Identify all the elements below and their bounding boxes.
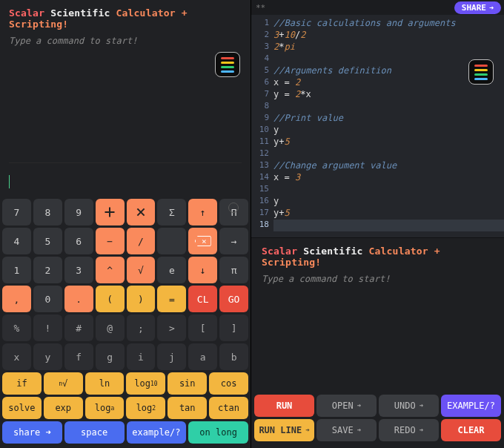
key-/[interactable]: / [127, 228, 156, 254]
code-line[interactable]: 7y = 2*x [251, 89, 504, 101]
gear-icon[interactable] [228, 202, 239, 213]
key-=[interactable]: = [157, 286, 186, 312]
key-↓[interactable]: ↓ [188, 257, 217, 283]
func-log[interactable]: log2 [126, 397, 165, 419]
gutter: 14 [251, 172, 273, 184]
func-ctan[interactable]: ctan [209, 397, 248, 419]
key-j[interactable]: j [157, 343, 186, 370]
aux-on[interactable]: on long [188, 421, 248, 444]
key-^[interactable]: ^ [96, 257, 125, 283]
func-log[interactable]: log10 [126, 372, 165, 395]
code-line[interactable]: 17y+5 [251, 208, 504, 220]
aux-space[interactable]: space [64, 421, 125, 444]
func-[interactable]: n√ [44, 372, 83, 395]
code-line[interactable]: 4 [251, 53, 504, 65]
code-line[interactable]: 23+10/2 [251, 30, 504, 42]
key- [interactable] [157, 228, 186, 254]
func-solve[interactable]: solve [2, 397, 42, 419]
key-GO[interactable]: GO [219, 286, 248, 312]
key-i[interactable]: i [127, 343, 156, 370]
code-line[interactable]: 6x = 2 [251, 77, 504, 89]
code-line[interactable]: 5//Arguments definition [251, 65, 504, 77]
func-sin[interactable]: sin [168, 372, 207, 395]
key-9[interactable]: 9 [64, 199, 93, 225]
key-Σ[interactable]: Σ [157, 199, 186, 225]
key-[[interactable]: [ [188, 314, 217, 341]
code-line[interactable]: 18 [251, 220, 504, 231]
func-log[interactable]: loga [85, 397, 125, 419]
key-5[interactable]: 5 [33, 228, 62, 254]
key-a[interactable]: a [188, 343, 217, 370]
key-y[interactable]: y [33, 343, 62, 370]
key-7[interactable]: 7 [2, 199, 31, 225]
func-tan[interactable]: tan [168, 397, 207, 419]
key-![interactable]: ! [33, 314, 62, 341]
menu-icon[interactable] [468, 59, 494, 85]
func-cos[interactable]: cos [209, 372, 248, 395]
key-8[interactable]: 8 [33, 199, 62, 225]
key-)[interactable]: ) [127, 286, 156, 312]
action-runline[interactable]: RUN LINE➜ [254, 419, 314, 441]
code-line[interactable]: 9//Print value [251, 113, 504, 125]
key-⌫[interactable] [188, 228, 217, 254]
key-√[interactable]: √ [127, 257, 156, 283]
code-line[interactable]: 10y [251, 125, 504, 136]
key-↑[interactable]: ↑ [188, 199, 217, 225]
menu-icon[interactable] [215, 52, 240, 77]
code-line[interactable]: 11y+5 [251, 136, 504, 148]
code-line[interactable]: 8 [251, 101, 504, 113]
aux-share[interactable]: share ➜ [2, 421, 62, 444]
key-3[interactable]: 3 [64, 257, 93, 283]
key-@[interactable]: @ [96, 314, 125, 341]
func-if[interactable]: if [2, 372, 42, 395]
code-line[interactable]: 12 [251, 148, 504, 160]
key-e[interactable]: e [157, 257, 186, 283]
key-,[interactable]: , [2, 286, 31, 312]
action-example[interactable]: EXAMPLE/? [441, 395, 501, 417]
key-.[interactable]: . [64, 286, 93, 312]
key-([interactable]: ( [96, 286, 125, 312]
gutter: 13 [251, 160, 273, 172]
key-1[interactable]: 1 [2, 257, 31, 283]
code-content [273, 148, 504, 160]
key-4[interactable]: 4 [2, 228, 31, 254]
console[interactable]: Scalar Scientific Calculator + Scripting… [251, 237, 504, 392]
action-open[interactable]: OPEN➜ [316, 395, 377, 417]
key-f[interactable]: f [64, 343, 93, 370]
key-x[interactable]: x [2, 343, 31, 370]
command-input[interactable] [0, 165, 251, 199]
key-→[interactable]: → [219, 228, 248, 254]
key-π[interactable]: π [219, 257, 248, 283]
share-button[interactable]: SHARE ➜ [454, 1, 501, 14]
key-%[interactable]: % [2, 314, 31, 341]
code-line[interactable]: 15 [251, 184, 504, 196]
brand-part2: Scientific [50, 7, 110, 19]
key-][interactable]: ] [219, 314, 248, 341]
aux-example[interactable]: example/? [127, 421, 187, 444]
key->[interactable]: > [157, 314, 186, 341]
key-0[interactable]: 0 [33, 286, 62, 312]
func-exp[interactable]: exp [44, 397, 83, 419]
key-2[interactable]: 2 [33, 257, 62, 283]
code-line[interactable]: 13//Change argument value [251, 160, 504, 172]
func-ln[interactable]: ln [85, 372, 125, 395]
key-b[interactable]: b [219, 343, 248, 370]
action-save[interactable]: SAVE➜ [316, 419, 377, 441]
key-6[interactable]: 6 [64, 228, 93, 254]
key-#[interactable]: # [64, 314, 93, 341]
key-*[interactable] [127, 199, 156, 225]
code-editor[interactable]: 1//Basic calculations and arguments23+10… [251, 15, 504, 237]
key-+[interactable] [96, 199, 125, 225]
action-redo[interactable]: REDO➜ [379, 419, 439, 441]
action-undo[interactable]: UNDO➜ [379, 395, 439, 417]
key-CL[interactable]: CL [188, 286, 217, 312]
code-line[interactable]: 14x = 3 [251, 172, 504, 184]
action-clear[interactable]: CLEAR [441, 419, 501, 441]
code-line[interactable]: 16y [251, 196, 504, 208]
code-line[interactable]: 1//Basic calculations and arguments [251, 18, 504, 30]
key-;[interactable]: ; [127, 314, 156, 341]
key-g[interactable]: g [96, 343, 125, 370]
key-−[interactable]: − [96, 228, 125, 254]
code-line[interactable]: 32*pi [251, 42, 504, 53]
action-run[interactable]: RUN [254, 395, 314, 417]
